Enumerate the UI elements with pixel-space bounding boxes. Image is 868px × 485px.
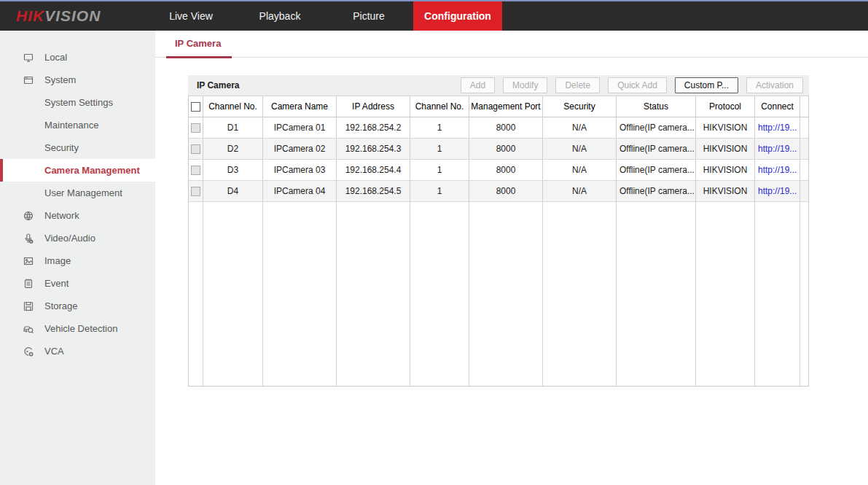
- tab-active-underline: [166, 56, 232, 58]
- ip-address-cell: 192.168.254.3: [337, 139, 410, 160]
- sidebar-item-label: Network: [44, 210, 79, 221]
- management-port-cell: 8000: [469, 139, 543, 160]
- sidebar-item-label: Event: [44, 278, 69, 289]
- sidebar-item-label: Camera Management: [44, 165, 140, 176]
- sidebar-item-system-settings[interactable]: System Settings: [0, 91, 155, 114]
- row-checkbox-cell: [189, 160, 203, 181]
- connect-link[interactable]: http://19...: [755, 117, 800, 139]
- modify-button[interactable]: Modify: [503, 77, 547, 93]
- protocol-cell: HIKVISION: [696, 160, 755, 181]
- sidebar-item-label: System Settings: [44, 97, 113, 108]
- toolbar-buttons: Add Modify Delete Quick Add Custom P... …: [461, 77, 803, 93]
- connect-link[interactable]: http://19...: [755, 139, 800, 160]
- panel-title: IP Camera: [197, 80, 239, 90]
- sidebar-item-video-audio[interactable]: Video/Audio: [0, 227, 155, 249]
- ip-address-cell: 192.168.254.2: [337, 117, 410, 139]
- security-cell: N/A: [543, 181, 617, 202]
- spacer-cell: [800, 160, 808, 181]
- spacer-cell: [800, 117, 808, 139]
- row-checkbox[interactable]: [191, 123, 200, 133]
- sidebar-item-local[interactable]: Local: [0, 46, 155, 69]
- sidebar-item-user-management[interactable]: User Management: [0, 182, 155, 204]
- activation-button[interactable]: Activation: [746, 77, 803, 93]
- nav-tab-live-view[interactable]: Live View: [146, 1, 235, 31]
- sidebar-item-system[interactable]: System: [0, 69, 155, 91]
- col-camera-name: Camera Name: [263, 96, 337, 117]
- tab-ip-camera[interactable]: IP Camera: [175, 38, 221, 49]
- row-checkbox[interactable]: [191, 144, 200, 154]
- channel-cell: 1: [410, 117, 469, 139]
- quick-add-button[interactable]: Quick Add: [608, 77, 667, 93]
- panel-toolbar: IP Camera Add Modify Delete Quick Add Cu…: [188, 75, 809, 96]
- table-row-d1[interactable]: D1 IPCamera 01 192.168.254.2 1 8000 N/A …: [189, 117, 808, 139]
- col-spacer: [800, 96, 808, 117]
- vehicle-search-icon: [23, 323, 34, 335]
- ip-address-cell: 192.168.254.4: [337, 160, 410, 181]
- channel-no-cell: D2: [203, 139, 263, 160]
- sidebar-item-label: VCA: [44, 346, 64, 357]
- camera-name-cell: IPCamera 01: [263, 117, 337, 139]
- content-tabstrip: IP Camera: [155, 31, 868, 58]
- row-checkbox[interactable]: [191, 166, 200, 175]
- main-content: IP Camera IP Camera Add Modify Delete Qu…: [155, 31, 868, 485]
- sidebar-item-maintenance[interactable]: Maintenance: [0, 114, 155, 136]
- sidebar-item-label: Image: [44, 255, 71, 266]
- microphone-icon: [23, 233, 34, 244]
- col-ip-address: IP Address: [337, 96, 410, 117]
- spacer-cell: [800, 181, 808, 202]
- add-button[interactable]: Add: [461, 77, 495, 93]
- nav-tab-picture[interactable]: Picture: [324, 1, 413, 31]
- row-checkbox[interactable]: [191, 187, 200, 196]
- connect-link[interactable]: http://19...: [755, 160, 800, 181]
- sidebar-item-vca[interactable]: VCA: [0, 340, 155, 362]
- camera-name-cell: IPCamera 02: [263, 139, 337, 160]
- sidebar-item-storage[interactable]: Storage: [0, 295, 155, 317]
- image-icon: [23, 255, 34, 267]
- sidebar-item-label: System: [44, 74, 76, 85]
- sidebar-item-label: Local: [44, 52, 67, 63]
- row-checkbox-cell: [189, 117, 203, 139]
- table-row-d4[interactable]: D4 IPCamera 04 192.168.254.5 1 8000 N/A …: [189, 181, 808, 202]
- table-row-d3[interactable]: D3 IPCamera 03 192.168.254.4 1 8000 N/A …: [189, 160, 808, 181]
- system-window-icon: [23, 74, 34, 86]
- col-status: Status: [617, 96, 696, 117]
- sidebar-item-vehicle-detection[interactable]: Vehicle Detection: [0, 317, 155, 340]
- sidebar-item-network[interactable]: Network: [0, 204, 155, 227]
- col-management-port: Management Port: [469, 96, 543, 117]
- select-all-checkbox[interactable]: [191, 102, 200, 112]
- nav-tab-playback[interactable]: Playback: [235, 1, 324, 31]
- security-cell: N/A: [543, 117, 617, 139]
- custom-protocol-button[interactable]: Custom P...: [675, 77, 738, 93]
- col-connect: Connect: [755, 96, 800, 117]
- sidebar-item-security[interactable]: Security: [0, 136, 155, 159]
- sidebar-item-camera-management[interactable]: Camera Management: [0, 159, 155, 182]
- security-cell: N/A: [543, 160, 617, 181]
- ip-address-cell: 192.168.254.5: [337, 181, 410, 202]
- channel-no-cell: D4: [203, 181, 263, 202]
- channel-cell: 1: [410, 139, 469, 160]
- select-all-cell: [189, 96, 203, 117]
- sidebar-item-label: Maintenance: [44, 120, 98, 131]
- status-cell: Offline(IP camera...: [617, 117, 696, 139]
- sidebar-item-label: Vehicle Detection: [44, 323, 117, 334]
- channel-no-cell: D3: [203, 160, 263, 181]
- sidebar-item-image[interactable]: Image: [0, 249, 155, 272]
- ip-camera-panel: IP Camera Add Modify Delete Quick Add Cu…: [188, 75, 809, 387]
- col-channel-no: Channel No.: [203, 96, 263, 117]
- connect-link[interactable]: http://19...: [755, 181, 800, 202]
- globe-icon: [23, 210, 34, 222]
- main-nav: Live View Playback Picture Configuration: [146, 1, 502, 31]
- channel-no-cell: D1: [203, 117, 263, 139]
- status-cell: Offline(IP camera...: [617, 139, 696, 160]
- event-note-icon: [23, 278, 34, 290]
- nav-tab-configuration[interactable]: Configuration: [413, 1, 502, 31]
- sidebar-item-label: User Management: [44, 187, 122, 198]
- table-row-d2[interactable]: D2 IPCamera 02 192.168.254.3 1 8000 N/A …: [189, 139, 808, 160]
- col-channel-no-2: Channel No.: [410, 96, 469, 117]
- row-checkbox-cell: [189, 139, 203, 160]
- delete-button[interactable]: Delete: [555, 77, 600, 93]
- table-header-row: Channel No. Camera Name IP Address Chann…: [189, 96, 808, 117]
- camera-name-cell: IPCamera 03: [263, 160, 337, 181]
- vca-icon: [23, 346, 34, 357]
- sidebar-item-event[interactable]: Event: [0, 272, 155, 295]
